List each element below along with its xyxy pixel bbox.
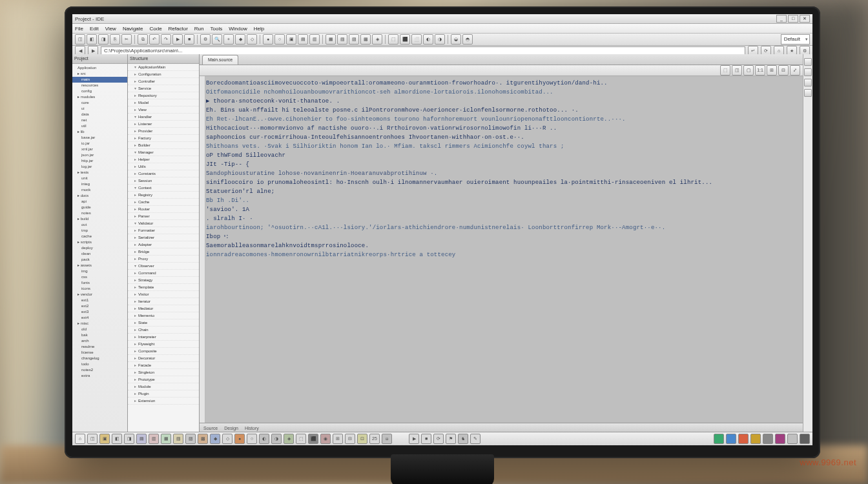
toolbar-icon[interactable]: ↶ [149,34,160,45]
structure-item[interactable]: Extension [128,398,199,405]
code-line[interactable]: Shithoans vets. ·Svak i Silhioriktin hon… [206,142,800,151]
toolbar-icon[interactable]: ◨ [98,34,108,45]
taskbar-icon[interactable]: ⊡ [357,434,367,444]
tree-item[interactable]: ▸ src [72,71,127,77]
toolbar-icon[interactable]: ⌖ [223,34,234,45]
editor-tab[interactable]: Main.source [202,55,238,65]
toolbar-icon[interactable]: ↷ [161,34,171,45]
structure-item[interactable]: Configuration [128,71,199,78]
toolbar-icon[interactable]: ◇ [247,34,257,45]
taskbar-icon[interactable]: ● [234,434,245,444]
code-area[interactable]: Borecdoomantioasciimovecuoccoto·wimpoeor… [206,79,800,420]
taskbar-icon[interactable]: ▧ [173,434,183,444]
structure-item[interactable]: Factory [128,135,199,142]
code-line[interactable]: Oitfomaoncidile nchomhoilouanboumovrarit… [206,88,800,97]
structure-item[interactable]: Flyweight [128,341,199,348]
taskbar-icon[interactable]: ◈ [284,434,294,444]
structure-item[interactable]: Router [128,206,199,213]
tree-item[interactable]: guide [72,205,127,210]
close-button[interactable]: ✕ [800,15,810,23]
code-line[interactable]: Eh Ret··lhcanE..·owve.cihonehier to foo·… [206,115,800,124]
taskbar-icon[interactable]: ⧈ [382,434,392,444]
taskbar-icon[interactable]: ♞ [458,434,468,444]
structure-item[interactable]: Adapter [128,241,199,248]
tree-item[interactable]: arch [72,338,127,344]
structure-item[interactable]: Command [128,270,199,277]
structure-item[interactable]: Repository [128,92,199,99]
tree-item[interactable]: ▸ assets [72,263,127,268]
structure-item[interactable]: View [128,106,199,114]
tree-item[interactable]: tmp [72,228,127,234]
tree-item[interactable]: net [72,117,127,123]
tree-item[interactable]: xml.jar [72,146,127,152]
editor-tool-icon[interactable]: ◫ [732,65,742,76]
tree-item[interactable]: extra [72,373,127,379]
taskbar-icon[interactable]: ◆ [210,434,220,444]
toolbar-icon[interactable]: ◫ [75,34,85,45]
toolbar-icon[interactable]: 🔍 [212,34,222,45]
structure-item[interactable]: Composite [128,348,199,355]
code-line[interactable]: Eh. Bins uak·nffailt hi teleoalste posne… [206,106,800,115]
toolbar-icon[interactable]: ⚙ [200,34,211,45]
code-line[interactable]: iarohbourtinoon; '^osuotirn.··cA1l.···ls… [206,223,800,232]
toolbar-icon[interactable]: ◒ [451,34,461,45]
taskbar-icon[interactable]: ▣ [99,434,110,444]
taskbar-icon[interactable]: ✎ [470,434,480,444]
structure-item[interactable]: Strategy [128,277,199,284]
structure-item[interactable]: Serializer [128,234,199,241]
tree-item[interactable]: main [72,77,127,83]
tray-icon[interactable] [750,434,761,444]
structure-item[interactable]: Parser [128,213,199,220]
editor-bottom-tab[interactable]: Design [224,426,238,430]
code-line[interactable]: oP thWFomd Silleovachr [206,151,800,160]
structure-item[interactable]: Iterator [128,298,199,305]
tree-item[interactable]: readme [72,344,127,350]
structure-item[interactable]: Decorator [128,355,199,362]
code-line[interactable]: Saemorablleasonmarelahknvoidtmsprrosinol… [206,241,800,250]
taskbar-icon[interactable]: ○ [247,434,257,444]
toolbar-icon[interactable]: ◆ [235,34,245,45]
taskbar-icon[interactable]: ◫ [87,434,98,444]
code-line[interactable]: Statuerion'rl alne; [206,187,800,196]
tree-item[interactable]: ▸ tests [72,170,127,176]
toolbar-icon[interactable]: ⬛ [400,34,410,45]
menu-window[interactable]: Window [229,26,247,32]
menu-view[interactable]: View [105,26,116,32]
tree-item[interactable]: ext4 [72,315,127,321]
taskbar-icon[interactable]: ◉ [320,434,331,444]
structure-item[interactable]: Chain [128,327,199,334]
tree-item[interactable]: old [72,327,127,332]
menu-help[interactable]: Help [254,26,264,32]
structure-item[interactable]: Formatter [128,227,199,234]
structure-item[interactable]: Session [128,177,199,185]
tree-item[interactable]: http.jar [72,158,127,164]
toolbar-icon[interactable]: ⧉ [138,34,148,45]
structure-item[interactable]: Constants [128,170,199,177]
tree-item[interactable]: config [72,88,127,94]
structure-item[interactable]: Provider [128,128,199,135]
tree-item[interactable]: license [72,350,127,356]
tree-item[interactable]: Application [72,65,127,71]
toolbar-icon[interactable]: ✂ [121,34,132,45]
tree-item[interactable]: ▸ docs [72,193,127,199]
code-line[interactable]: Hithocaciout···momormvionvo af nactishe … [206,124,800,133]
toolbar-icon[interactable]: ◓ [462,34,473,45]
structure-item[interactable]: Proxy [128,256,199,263]
taskbar-icon[interactable]: ⌂ [75,434,85,444]
taskbar-icon[interactable]: ⚑ [446,434,456,444]
taskbar-icon[interactable]: ▤ [136,434,147,444]
tray-icon[interactable] [775,434,785,444]
toolbar-icon[interactable]: ▧ [337,34,347,45]
menu-file[interactable]: File [75,26,83,32]
tree-item[interactable]: out [72,222,127,228]
toolbar-icon[interactable]: ⬜ [411,34,422,45]
editor-tool-icon[interactable]: ▢ [743,65,754,76]
structure-item[interactable]: Plugin [128,390,199,398]
structure-item[interactable]: Mediator [128,305,199,312]
tree-item[interactable]: ext1 [72,297,127,303]
editor-tool-icon[interactable]: ⬚ [720,65,730,76]
toolbar-icon[interactable]: ◐ [423,34,433,45]
tree-item[interactable]: resources [72,83,127,88]
toolbar-icon[interactable]: ◑ [435,34,445,45]
code-line[interactable]: saphooncios cur·rocmirrihoua·Inteoulfehi… [206,133,800,142]
